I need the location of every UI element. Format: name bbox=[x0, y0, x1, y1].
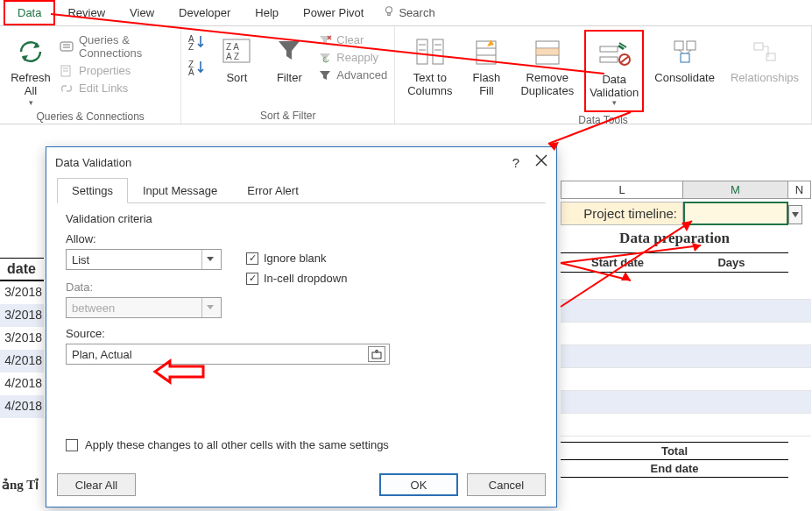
editlinks-label: Edit Links bbox=[79, 82, 128, 95]
tab-settings[interactable]: Settings bbox=[57, 178, 128, 203]
chevron-down-icon bbox=[201, 298, 217, 317]
table-row[interactable] bbox=[561, 323, 811, 345]
clear-all-button[interactable]: Clear All bbox=[57, 473, 136, 496]
cell-project-timeline-label[interactable]: Project timeline: bbox=[561, 202, 683, 225]
tab-help[interactable]: Help bbox=[243, 2, 291, 24]
range-picker-icon bbox=[371, 349, 382, 359]
clear-icon bbox=[318, 34, 332, 46]
validation-icon bbox=[597, 33, 632, 74]
date-cell[interactable]: 4/2018 bbox=[0, 395, 44, 418]
date-cell[interactable]: 3/2018 bbox=[0, 304, 44, 327]
close-icon bbox=[535, 154, 547, 167]
text-to-columns-icon bbox=[415, 32, 445, 72]
svg-rect-34 bbox=[674, 41, 683, 50]
advanced-icon bbox=[318, 69, 332, 82]
queries-connections-button[interactable]: Queries & Connections bbox=[60, 33, 173, 60]
svg-rect-2 bbox=[60, 42, 73, 51]
advanced-filter-button[interactable]: Advanced bbox=[318, 68, 387, 82]
section-data-prep: Data preparation bbox=[561, 230, 788, 247]
remove-duplicates-button[interactable]: RemoveDuplicates bbox=[515, 30, 579, 100]
ok-button[interactable]: OK bbox=[379, 473, 458, 496]
table-row[interactable] bbox=[561, 414, 811, 436]
group-sortfilter: AZ ZA Z AA Z Sort Filter Clear Reapply A… bbox=[181, 26, 395, 124]
svg-rect-36 bbox=[681, 53, 689, 62]
data-validation-dialog: Data Validation ? Settings Input Message… bbox=[46, 146, 557, 507]
advanced-label: Advanced bbox=[336, 68, 387, 82]
menu-tabs: Data Review View Developer Help Power Pi… bbox=[0, 0, 812, 26]
table-header: Start date Days bbox=[561, 252, 788, 273]
sort-desc-button[interactable]: ZA bbox=[188, 59, 208, 79]
clear-filter-button[interactable]: Clear bbox=[318, 33, 387, 46]
tell-me-search[interactable]: Search bbox=[376, 5, 434, 20]
col-header-n[interactable]: N bbox=[788, 181, 811, 199]
refresh-all-label: RefreshAll bbox=[11, 72, 51, 98]
source-input[interactable]: Plan, Actual bbox=[66, 344, 390, 365]
table-row[interactable] bbox=[561, 277, 811, 300]
close-button[interactable] bbox=[535, 154, 547, 170]
date-cell[interactable]: 3/2018 bbox=[0, 281, 44, 304]
col-start-date: Start date bbox=[561, 253, 674, 272]
tab-data[interactable]: Data bbox=[4, 0, 55, 25]
incell-dropdown-checkbox[interactable]: ✓ In-cell dropdown bbox=[246, 272, 347, 285]
data-validation-button[interactable]: DataValidation ▾ bbox=[584, 30, 644, 112]
queries-label: Queries & Connections bbox=[79, 33, 173, 60]
left-date-header: date bbox=[0, 258, 44, 281]
flash-fill-button[interactable]: FlashFill bbox=[462, 30, 510, 100]
edit-links-button[interactable]: Edit Links bbox=[60, 82, 173, 95]
date-cell[interactable]: 4/2018 bbox=[0, 373, 44, 395]
consolidate-label: Consolidate bbox=[654, 72, 715, 85]
filter-button[interactable]: Filter bbox=[265, 30, 313, 87]
col-header-l[interactable]: L bbox=[561, 181, 683, 199]
apply-all-checkbox[interactable] bbox=[66, 439, 78, 451]
group-sortfilter-label: Sort & Filter bbox=[188, 108, 387, 122]
date-cell[interactable]: 3/2018 bbox=[0, 327, 44, 350]
svg-rect-18 bbox=[433, 39, 443, 64]
dialog-tabs: Settings Input Message Error Alert bbox=[57, 177, 546, 203]
col-header-m[interactable]: M bbox=[683, 181, 788, 199]
text-to-columns-button[interactable]: Text toColumns bbox=[402, 30, 457, 100]
svg-text:A: A bbox=[188, 67, 194, 77]
svg-text:Z: Z bbox=[188, 42, 194, 52]
table-row[interactable] bbox=[561, 391, 811, 414]
table-row[interactable] bbox=[561, 300, 811, 323]
bulb-icon bbox=[383, 5, 395, 20]
tab-review[interactable]: Review bbox=[55, 2, 117, 24]
group-queries: RefreshAll ▾ Queries & Connections Prope… bbox=[0, 26, 181, 124]
tab-input-message[interactable]: Input Message bbox=[128, 178, 232, 203]
reapply-button[interactable]: Reapply bbox=[318, 51, 387, 64]
cancel-button[interactable]: Cancel bbox=[467, 473, 546, 496]
relationships-button[interactable]: Relationships bbox=[725, 30, 804, 87]
reapply-label: Reapply bbox=[336, 51, 378, 64]
text-to-columns-label: Text toColumns bbox=[407, 72, 452, 98]
clear-label: Clear bbox=[336, 33, 364, 46]
sort-asc-button[interactable]: AZ bbox=[188, 33, 208, 53]
validation-criteria-label: Validation criteria bbox=[66, 212, 537, 225]
relationships-icon bbox=[752, 32, 778, 72]
tab-powerpivot[interactable]: Power Pivot bbox=[291, 2, 376, 24]
tab-view[interactable]: View bbox=[117, 2, 166, 24]
svg-rect-30 bbox=[600, 46, 618, 52]
dropdown-button[interactable] bbox=[788, 205, 802, 224]
sort-button[interactable]: Z AA Z Sort bbox=[213, 30, 260, 87]
help-button[interactable]: ? bbox=[512, 155, 519, 170]
checkbox-checked-icon: ✓ bbox=[246, 273, 258, 285]
end-date-label: End date bbox=[561, 459, 788, 478]
group-datatools: Text toColumns FlashFill RemoveDuplicate… bbox=[395, 26, 812, 124]
remove-dup-icon bbox=[533, 32, 562, 72]
tab-error-alert[interactable]: Error Alert bbox=[232, 178, 314, 203]
refresh-icon bbox=[16, 32, 46, 72]
date-cell[interactable]: 4/2018 bbox=[0, 350, 44, 373]
search-label: Search bbox=[399, 6, 434, 19]
consolidate-button[interactable]: Consolidate bbox=[649, 30, 720, 87]
tab-developer[interactable]: Developer bbox=[166, 2, 243, 24]
table-row[interactable] bbox=[561, 345, 811, 368]
properties-label: Properties bbox=[79, 64, 131, 77]
refresh-all-button[interactable]: RefreshAll ▾ bbox=[7, 30, 54, 109]
cell-m-selected[interactable] bbox=[683, 202, 788, 225]
properties-button[interactable]: Properties bbox=[60, 64, 173, 77]
table-row[interactable] bbox=[561, 368, 811, 391]
queries-icon bbox=[60, 40, 74, 53]
range-picker-button[interactable] bbox=[368, 346, 385, 362]
allow-select[interactable]: List bbox=[66, 249, 222, 270]
ignore-blank-checkbox[interactable]: ✓ Ignore blank bbox=[246, 252, 347, 265]
